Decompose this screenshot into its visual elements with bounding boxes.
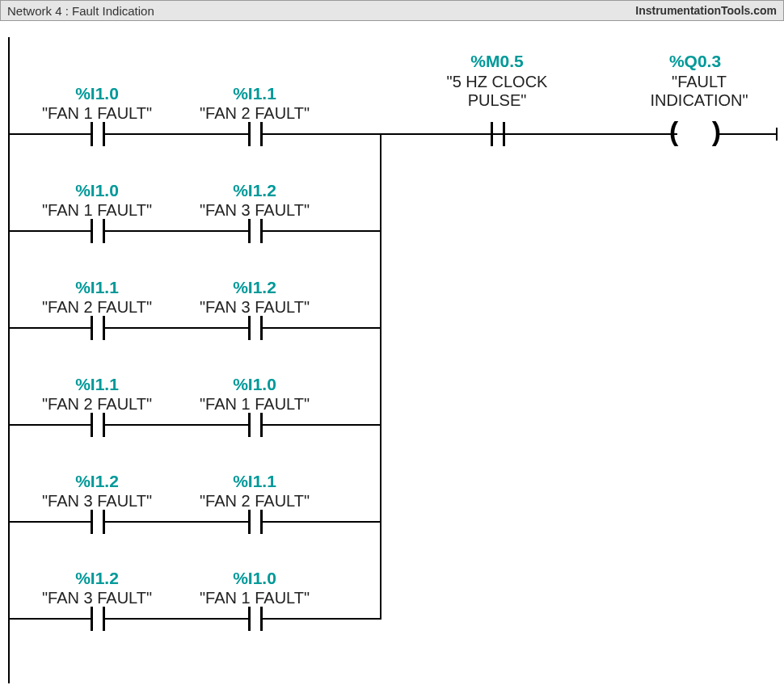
- wire-r3-a: [8, 327, 81, 329]
- lbl-r6-c1: "FAN 3 FAULT": [32, 589, 162, 607]
- wire-r5-a: [8, 521, 81, 523]
- lbl-r5-c1: "FAN 3 FAULT": [32, 492, 162, 511]
- contact-r4-c1: [81, 413, 115, 437]
- lbl-r2-c1: "FAN 1 FAULT": [32, 201, 162, 220]
- addr-r5-c1: %I1.2: [65, 472, 129, 491]
- addr-r1-c1: %I1.0: [65, 84, 129, 103]
- wire-r1-a: [8, 133, 81, 135]
- contact-r4-c2: [238, 413, 272, 437]
- lbl-r5-c2: "FAN 2 FAULT": [190, 492, 319, 511]
- contact-r3-c1: [81, 316, 115, 340]
- addr-r2-c2: %I1.2: [222, 181, 287, 200]
- contact-r5-c2: [238, 510, 272, 534]
- addr-r3-c2: %I1.2: [222, 278, 287, 297]
- wire-r4-a: [8, 424, 81, 426]
- addr-r3-c1: %I1.1: [65, 278, 129, 297]
- contact-r1-c2: [238, 122, 272, 146]
- contact-r6-c2: [238, 607, 272, 631]
- wire-after-clock: [513, 133, 667, 135]
- site-watermark: InstrumentationTools.com: [635, 4, 777, 17]
- wire-r3-b: [115, 327, 238, 329]
- lbl-r1-c2: "FAN 2 FAULT": [190, 104, 319, 123]
- lbl-r4-c2: "FAN 1 FAULT": [190, 395, 319, 414]
- contact-r2-c1: [81, 219, 115, 243]
- wire-r5-b: [115, 521, 238, 523]
- addr-coil: %Q0.3: [659, 52, 731, 71]
- contact-r1-c1: [81, 122, 115, 146]
- lbl-r3-c2: "FAN 3 FAULT": [190, 298, 319, 317]
- wire-r6-c: [272, 618, 381, 620]
- wire-r4-b: [115, 424, 238, 426]
- wire-r4-c: [272, 424, 381, 426]
- wire-r1-c: [272, 133, 381, 135]
- label-clock: "5 HZ CLOCK PULSE": [436, 73, 558, 110]
- wire-into-coil: [663, 133, 677, 135]
- addr-r2-c1: %I1.0: [65, 181, 129, 200]
- lbl-r4-c1: "FAN 2 FAULT": [32, 395, 162, 414]
- addr-r4-c1: %I1.1: [65, 375, 129, 394]
- wire-r2-c: [272, 230, 381, 232]
- addr-clock: %M0.5: [461, 52, 533, 71]
- lbl-r1-c1: "FAN 1 FAULT": [32, 104, 162, 123]
- wire-r2-a: [8, 230, 81, 232]
- right-rail-stub: [776, 128, 778, 141]
- lbl-r6-c2: "FAN 1 FAULT": [190, 589, 319, 607]
- contact-r5-c1: [81, 510, 115, 534]
- addr-r1-c2: %I1.1: [222, 84, 287, 103]
- network-title: Network 4 : Fault Indication: [7, 4, 154, 18]
- wire-r5-c: [272, 521, 381, 523]
- addr-r4-c2: %I1.0: [222, 375, 287, 394]
- ladder-canvas: %M0.5 "5 HZ CLOCK PULSE" () %Q0.3 "FAULT…: [0, 21, 784, 685]
- wire-to-coil: [719, 133, 778, 135]
- contact-clock-pulse: [481, 122, 515, 146]
- wire-r2-b: [115, 230, 238, 232]
- contact-r2-c2: [238, 219, 272, 243]
- addr-r6-c1: %I1.2: [65, 569, 129, 588]
- branch-join-rail: [380, 134, 381, 619]
- wire-r3-c: [272, 327, 381, 329]
- lbl-r3-c1: "FAN 2 FAULT": [32, 298, 162, 317]
- wire-pre-clock: [380, 133, 481, 135]
- wire-r1-b: [115, 133, 238, 135]
- addr-r6-c2: %I1.0: [222, 569, 287, 588]
- coil-fault-indication: (): [671, 120, 719, 148]
- addr-r5-c2: %I1.1: [222, 472, 287, 491]
- contact-r6-c1: [81, 607, 115, 631]
- label-coil: "FAULT INDICATION": [639, 73, 760, 110]
- wire-r6-a: [8, 618, 81, 620]
- contact-r3-c2: [238, 316, 272, 340]
- wire-r6-b: [115, 618, 238, 620]
- network-header: Network 4 : Fault Indication Instrumenta…: [0, 0, 784, 21]
- lbl-r2-c2: "FAN 3 FAULT": [190, 201, 319, 220]
